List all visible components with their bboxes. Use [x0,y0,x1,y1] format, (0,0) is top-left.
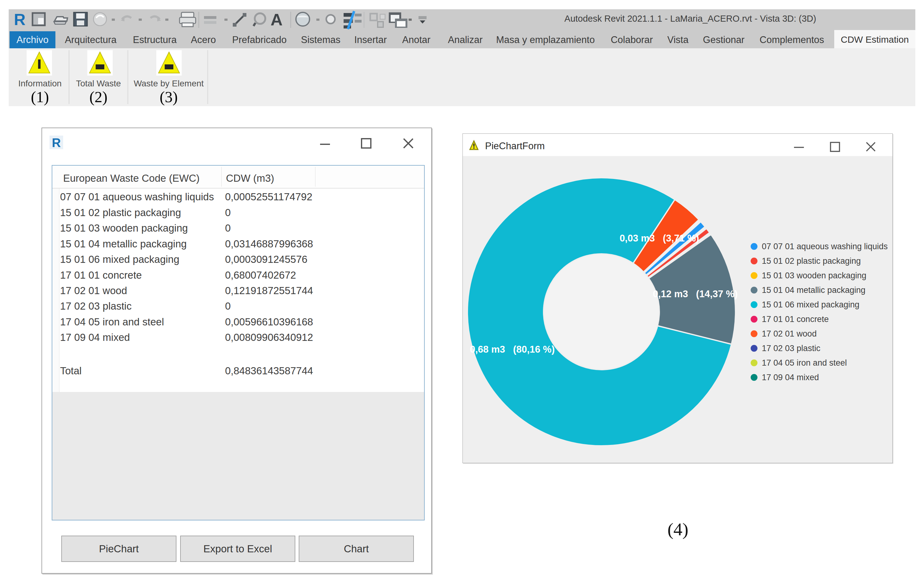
svg-text:17 01 01 concrete: 17 01 01 concrete [762,315,829,324]
svg-text:07 07 01 aqueous washing liqui: 07 07 01 aqueous washing liquids [762,242,888,251]
svg-text:15 01 02 plastic packaging: 15 01 02 plastic packaging [762,256,861,265]
svg-text:Total Waste: Total Waste [76,79,121,88]
svg-text:R: R [14,10,26,28]
svg-text:15 01 04 metallic packaging: 15 01 04 metallic packaging [762,285,866,295]
svg-text:(3): (3) [160,88,178,106]
svg-text:(1): (1) [31,88,49,106]
svg-text:17 02 03 plastic: 17 02 03 plastic [762,344,820,353]
svg-text:15 01 06 mixed packaging: 15 01 06 mixed packaging [762,300,859,309]
svg-text:Information: Information [18,79,62,88]
svg-text:17 09 04 mixed: 17 09 04 mixed [762,373,819,382]
svg-text:15 01 03 wooden packaging: 15 01 03 wooden packaging [762,271,866,280]
svg-text:17 02 01 wood: 17 02 01 wood [762,329,817,338]
svg-text:(2): (2) [89,88,107,106]
svg-text:Waste by Element: Waste by Element [134,79,204,88]
svg-text:A: A [271,10,283,29]
svg-text:0,03 m3 (3,71 %): 0,03 m3 (3,71 %) [620,233,699,244]
svg-text:17 04 05 iron and steel: 17 04 05 iron and steel [762,358,847,368]
svg-text:0,12 m3 (14,37 %): 0,12 m3 (14,37 %) [653,289,738,299]
svg-text:0,68 m3 (80,16 %): 0,68 m3 (80,16 %) [470,344,555,355]
